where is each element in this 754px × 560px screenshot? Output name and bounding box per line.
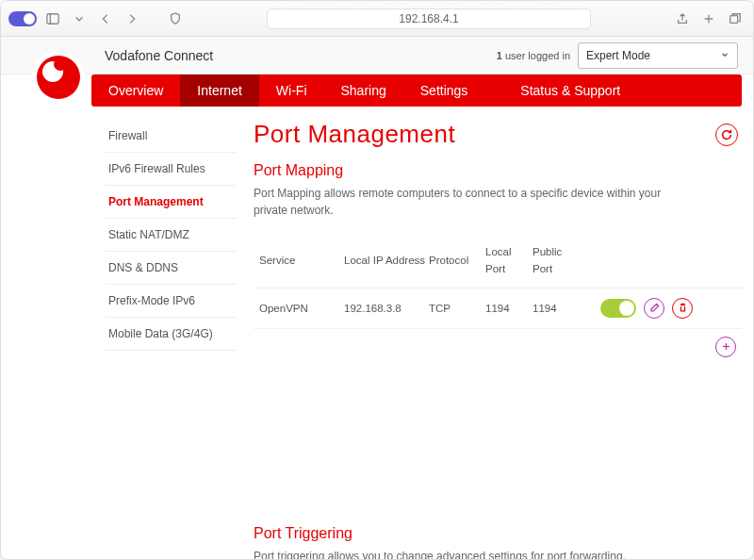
sidebar-toggle-icon[interactable]: [42, 8, 63, 29]
main-content: Port Management Port Mapping Port Mappin…: [237, 120, 742, 560]
section-heading-triggering: Port Triggering: [254, 525, 742, 542]
col-service: Service: [259, 252, 344, 269]
sidebar-item-ipv6-firewall[interactable]: IPv6 Firewall Rules: [105, 153, 237, 186]
cell-local-port: 1194: [485, 303, 533, 314]
tabs-icon[interactable]: [725, 8, 746, 29]
sidebar-item-static-nat[interactable]: Static NAT/DMZ: [105, 219, 237, 252]
browser-toolbar: 192.168.4.1: [1, 1, 753, 37]
table-row: OpenVPN 192.168.3.8 TCP 1194 1194: [254, 288, 742, 329]
section-desc-mapping: Port Mapping allows remote computers to …: [254, 185, 697, 219]
address-bar[interactable]: 192.168.4.1: [267, 8, 591, 29]
brand-title: Vodafone Connect: [105, 48, 497, 63]
sidebar-item-port-management[interactable]: Port Management: [105, 186, 237, 219]
share-icon[interactable]: [672, 8, 693, 29]
col-local-ip: Local IP Address: [344, 252, 429, 269]
new-tab-icon[interactable]: [698, 8, 719, 29]
cell-protocol: TCP: [429, 303, 485, 314]
mode-select[interactable]: Expert Mode: [578, 42, 738, 69]
add-button[interactable]: [715, 337, 736, 357]
sidebar-item-firewall[interactable]: Firewall: [105, 120, 237, 153]
brand-logo: [32, 51, 85, 104]
cell-local-ip: 192.168.3.8: [344, 303, 429, 314]
enable-toggle[interactable]: [600, 299, 636, 318]
cell-service: OpenVPN: [259, 303, 344, 314]
address-text: 192.168.4.1: [399, 12, 458, 25]
users-logged-in: 1 user logged in: [497, 50, 570, 61]
svg-rect-0: [47, 13, 58, 24]
delete-button[interactable]: [672, 298, 693, 319]
tab-wifi[interactable]: Wi-Fi: [259, 74, 324, 107]
cell-public-port: 1194: [533, 303, 580, 314]
page-title: Port Management: [254, 120, 742, 149]
mode-select-value: Expert Mode: [586, 49, 650, 62]
col-protocol: Protocol: [429, 252, 485, 269]
tab-status-support[interactable]: Status & Support: [503, 74, 637, 107]
page-header: Vodafone Connect 1 user logged in Expert…: [1, 37, 753, 74]
dropdown-icon[interactable]: [69, 8, 90, 29]
refresh-button[interactable]: [715, 124, 738, 146]
section-heading-mapping: Port Mapping: [254, 162, 742, 179]
back-icon[interactable]: [95, 8, 116, 29]
table-header: Service Local IP Address Protocol Local …: [254, 234, 742, 288]
port-mapping-table: Service Local IP Address Protocol Local …: [254, 234, 742, 365]
svg-rect-4: [730, 15, 738, 23]
tab-sharing[interactable]: Sharing: [324, 74, 403, 107]
sidebar-item-mobile-data[interactable]: Mobile Data (3G/4G): [105, 318, 237, 351]
tab-internet[interactable]: Internet: [180, 74, 258, 107]
edit-button[interactable]: [644, 298, 664, 319]
chevron-down-icon: [720, 49, 729, 62]
tab-settings[interactable]: Settings: [403, 74, 485, 107]
sidebar-item-prefix-mode[interactable]: Prefix-Mode IPv6: [105, 285, 237, 318]
forward-icon[interactable]: [122, 8, 142, 29]
sidebar-item-dns-ddns[interactable]: DNS & DDNS: [105, 252, 237, 285]
sidebar: Firewall IPv6 Firewall Rules Port Manage…: [105, 120, 237, 560]
main-nav: Overview Internet Wi-Fi Sharing Settings…: [91, 74, 742, 107]
shield-icon[interactable]: [165, 8, 186, 29]
tab-overview[interactable]: Overview: [91, 74, 180, 107]
col-local-port: Local Port: [485, 243, 533, 278]
section-desc-triggering: Port triggering allows you to change adv…: [254, 548, 697, 560]
window-control-pill[interactable]: [8, 11, 37, 26]
col-public-port: Public Port: [533, 243, 580, 278]
